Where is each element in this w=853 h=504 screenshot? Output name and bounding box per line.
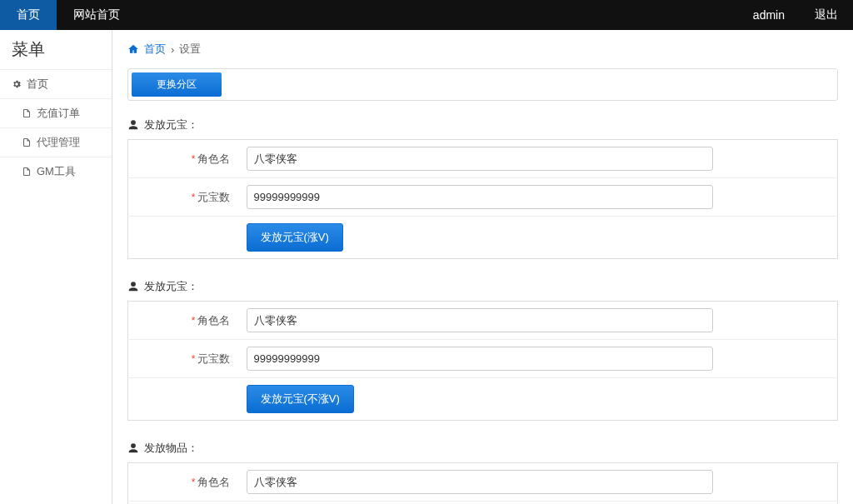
role-name-input[interactable] <box>247 147 713 171</box>
field-label: 角色名 <box>197 152 230 165</box>
sidebar-home[interactable]: 首页 <box>0 69 112 98</box>
form-table: *角色名 *物品名称 *物品数量 发放物品 <box>127 462 838 504</box>
section-title-text: 发放物品： <box>144 441 198 456</box>
topbar-user[interactable]: admin <box>738 0 800 30</box>
gear-icon <box>12 79 22 89</box>
role-name-input[interactable] <box>247 308 713 332</box>
breadcrumb: 首页 › 设置 <box>112 30 853 65</box>
sidebar-item-agent-manage[interactable]: 代理管理 <box>0 127 112 157</box>
sidebar-item-label: GM工具 <box>37 164 76 179</box>
breadcrumb-sep: › <box>171 43 174 56</box>
topbar-right: admin 退出 <box>738 0 853 30</box>
sidebar-item-label: 充值订单 <box>37 106 80 121</box>
section-title: 发放元宝： <box>127 117 838 132</box>
nav-site-home[interactable]: 网站首页 <box>57 0 137 30</box>
breadcrumb-home[interactable]: 首页 <box>144 42 166 57</box>
field-label: 角色名 <box>197 314 230 327</box>
main: 首页 › 设置 更换分区 发放元宝： *角色名 *元宝数 <box>112 30 853 504</box>
field-label: 元宝数 <box>197 191 230 203</box>
field-label: 角色名 <box>197 476 230 488</box>
yuanbao-count-input[interactable] <box>247 347 713 371</box>
user-icon <box>127 442 139 454</box>
sidebar: 菜单 首页 充值订单 代理管理 GM工具 <box>0 30 112 504</box>
section-title-text: 发放元宝： <box>144 117 198 132</box>
section-title: 发放元宝： <box>127 279 838 294</box>
sidebar-item-label: 代理管理 <box>37 135 80 150</box>
form-table: *角色名 *元宝数 发放元宝(不涨V) <box>127 301 838 421</box>
switch-zone-button[interactable]: 更换分区 <box>132 72 222 97</box>
breadcrumb-current: 设置 <box>179 42 201 57</box>
send-yuanbao-novip-button[interactable]: 发放元宝(不涨V) <box>247 385 354 413</box>
sidebar-item-gm-tools[interactable]: GM工具 <box>0 157 112 186</box>
yuanbao-count-input[interactable] <box>247 185 713 209</box>
field-label: 元宝数 <box>197 352 230 365</box>
send-yuanbao-vip-button[interactable]: 发放元宝(涨V) <box>247 223 343 252</box>
file-icon <box>22 167 32 177</box>
form-table: *角色名 *元宝数 发放元宝(涨V) <box>127 139 838 259</box>
section-title: 发放物品： <box>127 441 838 456</box>
topbar-nav: 首页 网站首页 <box>0 0 137 30</box>
section-title-text: 发放元宝： <box>144 279 198 294</box>
nav-home[interactable]: 首页 <box>0 0 57 30</box>
topbar-logout[interactable]: 退出 <box>800 0 853 30</box>
file-icon <box>22 108 32 118</box>
topbar: 首页 网站首页 admin 退出 <box>0 0 853 30</box>
user-icon <box>127 119 139 131</box>
sidebar-item-recharge-order[interactable]: 充值订单 <box>0 98 112 127</box>
sidebar-home-label: 首页 <box>27 77 48 92</box>
role-name-input[interactable] <box>247 470 713 494</box>
file-icon <box>22 137 32 147</box>
user-icon <box>127 281 139 292</box>
home-icon <box>127 43 139 55</box>
sidebar-title: 菜单 <box>0 30 112 69</box>
switch-zone-row: 更换分区 <box>127 68 838 101</box>
